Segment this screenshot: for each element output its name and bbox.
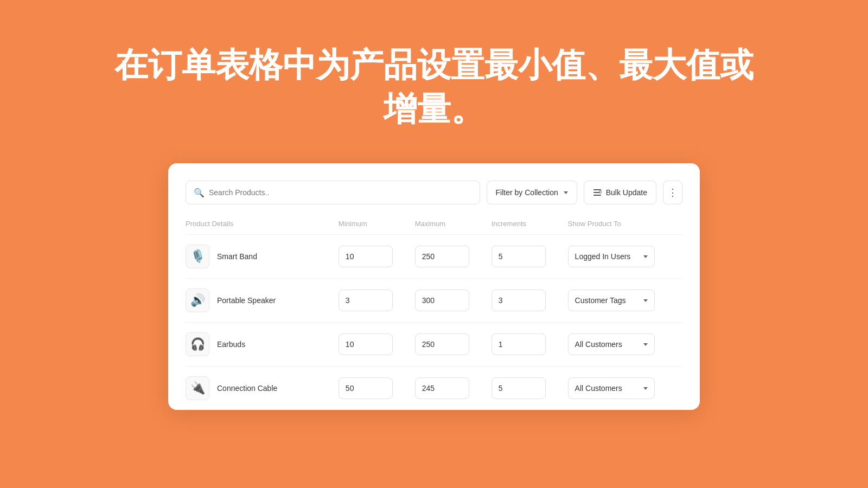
- show-to-chevron-icon-2: [643, 343, 648, 346]
- product-cell-1: 🔊 Portable Speaker: [186, 288, 339, 312]
- maximum-cell-1: [415, 290, 492, 311]
- minimum-input-2[interactable]: [339, 333, 393, 355]
- svg-rect-3: [599, 191, 602, 193]
- show-to-chevron-icon-1: [643, 299, 648, 302]
- product-cell-3: 🔌 Connection Cable: [186, 376, 339, 400]
- show-to-cell-3: All Customers: [568, 377, 682, 399]
- toolbar: 🔍 Filter by Collection Bulk Update ⋮: [186, 181, 682, 204]
- product-image-1: 🔊: [186, 288, 209, 312]
- product-cell-2: 🎧 Earbuds: [186, 332, 339, 356]
- show-to-select-0[interactable]: Logged In Users: [568, 246, 655, 267]
- increments-cell-0: [492, 246, 568, 267]
- minimum-input-1[interactable]: [339, 290, 393, 311]
- filter-chevron-icon: [564, 191, 568, 194]
- bulk-update-label: Bulk Update: [606, 188, 647, 197]
- minimum-input-0[interactable]: [339, 246, 393, 267]
- table-row: 🎧 Earbuds All Customers: [186, 323, 682, 367]
- show-to-select-3[interactable]: All Customers: [568, 377, 655, 399]
- increments-input-2[interactable]: [492, 333, 546, 355]
- product-cell-0: 🎙️ Smart Band: [186, 245, 339, 268]
- more-icon: ⋮: [668, 187, 678, 198]
- product-name-2: Earbuds: [217, 340, 245, 349]
- table-row: 🎙️ Smart Band Logged In Users: [186, 235, 682, 279]
- product-image-3: 🔌: [186, 376, 209, 400]
- show-to-value-3: All Customers: [575, 384, 622, 393]
- show-to-value-0: Logged In Users: [575, 252, 631, 261]
- search-icon: 🔍: [194, 188, 205, 198]
- minimum-cell-2: [339, 333, 415, 355]
- increments-input-0[interactable]: [492, 246, 546, 267]
- show-to-chevron-icon-0: [643, 255, 648, 258]
- table-row: 🔌 Connection Cable All Customers: [186, 367, 682, 410]
- more-options-button[interactable]: ⋮: [663, 181, 682, 204]
- show-to-value-1: Customer Tags: [575, 296, 626, 305]
- search-box[interactable]: 🔍: [186, 181, 480, 204]
- increments-cell-3: [492, 377, 568, 399]
- maximum-input-1[interactable]: [415, 290, 469, 311]
- filter-label: Filter by Collection: [496, 188, 558, 197]
- header-minimum: Minimum: [339, 220, 415, 228]
- show-to-cell-1: Customer Tags: [568, 290, 682, 311]
- minimum-cell-3: [339, 377, 415, 399]
- product-image-0: 🎙️: [186, 245, 209, 268]
- svg-rect-0: [593, 189, 601, 190]
- minimum-input-3[interactable]: [339, 377, 393, 399]
- bulk-update-icon: [593, 188, 602, 197]
- product-name-3: Connection Cable: [217, 384, 277, 393]
- header-maximum: Maximum: [415, 220, 492, 228]
- product-name-1: Portable Speaker: [217, 296, 276, 305]
- show-to-chevron-icon-3: [643, 387, 648, 390]
- table-header: Product Details Minimum Maximum Incremen…: [186, 220, 682, 235]
- table-row: 🔊 Portable Speaker Customer Tags: [186, 279, 682, 323]
- search-input[interactable]: [209, 188, 472, 197]
- product-image-2: 🎧: [186, 332, 209, 356]
- maximum-input-0[interactable]: [415, 246, 469, 267]
- increments-input-1[interactable]: [492, 290, 546, 311]
- show-to-select-2[interactable]: All Customers: [568, 333, 655, 355]
- maximum-input-2[interactable]: [415, 333, 469, 355]
- hero-title: 在订单表格中为产品设置最小值、最大值或增量。: [0, 43, 868, 131]
- header-show-to: Show Product To: [568, 220, 682, 228]
- product-name-0: Smart Band: [217, 252, 257, 261]
- maximum-cell-0: [415, 246, 492, 267]
- maximum-cell-3: [415, 377, 492, 399]
- maximum-cell-2: [415, 333, 492, 355]
- filter-by-collection-button[interactable]: Filter by Collection: [487, 181, 577, 204]
- increments-cell-1: [492, 290, 568, 311]
- svg-rect-2: [593, 195, 601, 196]
- show-to-value-2: All Customers: [575, 340, 622, 349]
- increments-cell-2: [492, 333, 568, 355]
- maximum-input-3[interactable]: [415, 377, 469, 399]
- table-body: 🎙️ Smart Band Logged In Users 🔊 Portable…: [186, 235, 682, 410]
- minimum-cell-0: [339, 246, 415, 267]
- minimum-cell-1: [339, 290, 415, 311]
- product-card: 🔍 Filter by Collection Bulk Update ⋮ Pro…: [168, 163, 700, 410]
- show-to-select-1[interactable]: Customer Tags: [568, 290, 655, 311]
- header-increments: Increments: [492, 220, 568, 228]
- show-to-cell-0: Logged In Users: [568, 246, 682, 267]
- header-product: Product Details: [186, 220, 339, 228]
- bulk-update-button[interactable]: Bulk Update: [584, 181, 656, 204]
- increments-input-3[interactable]: [492, 377, 546, 399]
- show-to-cell-2: All Customers: [568, 333, 682, 355]
